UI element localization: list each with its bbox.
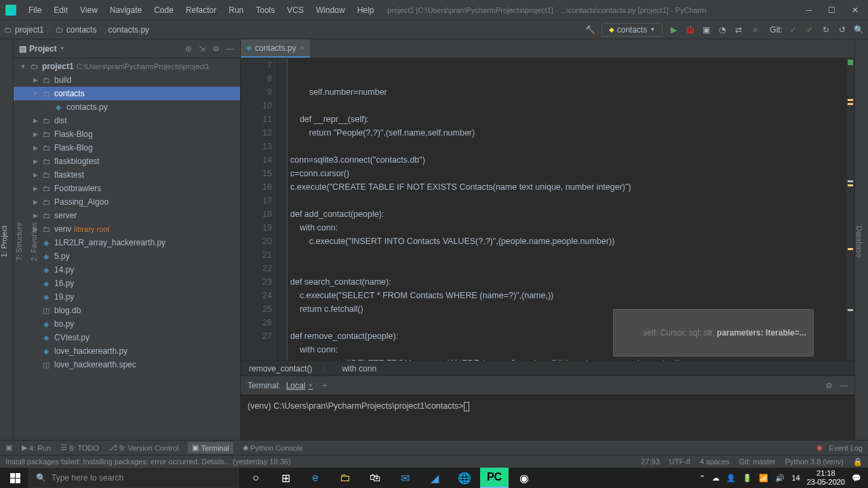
terminal-tab-local[interactable]: Local × xyxy=(281,380,319,392)
tree-item[interactable]: ◆14.py xyxy=(14,263,240,277)
close-icon[interactable]: ✕ xyxy=(848,4,863,16)
concurrency-icon[interactable]: ⇄ xyxy=(733,24,744,35)
temp-indicator[interactable]: 14 xyxy=(791,474,800,482)
code-line[interactable]: c.execute("INSERT INTO Contacts VALUES(?… xyxy=(290,235,846,248)
close-tab-icon[interactable]: × xyxy=(300,43,305,53)
clock[interactable]: 21:18 23-05-2020 xyxy=(807,469,845,487)
tree-item[interactable]: ▶🗀venvlibrary root xyxy=(14,222,240,236)
explorer-icon[interactable]: 🗀 xyxy=(331,468,359,488)
hide-icon[interactable]: — xyxy=(226,44,235,54)
code-line[interactable]: def search_contact(name): xyxy=(290,275,846,289)
new-terminal-icon[interactable]: + xyxy=(322,381,327,390)
tree-item[interactable]: ◫love_hackerearth.spec xyxy=(14,358,240,371)
code-line[interactable] xyxy=(290,248,846,262)
tw-todo[interactable]: ☰ 6: TODO xyxy=(60,443,99,452)
pycharm-taskbar-icon[interactable]: PC xyxy=(480,468,509,488)
stripe-project[interactable]: 1: Project xyxy=(0,223,8,260)
close-terminal-tab-icon[interactable]: × xyxy=(308,381,313,390)
settings-icon[interactable]: ⚙ xyxy=(212,44,220,54)
maximize-icon[interactable]: ☐ xyxy=(824,4,840,16)
tree-root[interactable]: ▼ 🗀 project1 C:\Users\pran\PycharmProjec… xyxy=(14,60,240,73)
fold-column[interactable] xyxy=(278,58,288,361)
tree-item[interactable]: ▶🗀server xyxy=(14,209,240,222)
tree-item[interactable]: ◆love_hackerearth.py xyxy=(14,344,240,358)
run-config-selector[interactable]: ◆ contacts ▼ xyxy=(601,23,663,37)
commit-icon[interactable]: ✓ xyxy=(788,24,799,35)
tw-event-log[interactable]: Event Log xyxy=(829,444,863,452)
project-tree[interactable]: ▼ 🗀 project1 C:\Users\pran\PycharmProjec… xyxy=(14,58,240,440)
taskview-icon[interactable]: ⊞ xyxy=(271,468,300,488)
tree-item[interactable]: ▼🗀contacts xyxy=(14,87,240,100)
event-log-icon[interactable]: ◉ xyxy=(816,443,823,452)
tw-terminal[interactable]: ▣ Terminal xyxy=(188,442,233,453)
taskbar-search[interactable]: 🔍 Type here to search xyxy=(28,468,239,488)
tab-contacts[interactable]: ◆ contacts.py × xyxy=(241,39,310,58)
chevron-down-icon[interactable]: ▼ xyxy=(60,45,65,52)
tree-item[interactable]: ▶🗀flaskblogtest xyxy=(14,155,240,168)
lock-icon[interactable]: 🔒 xyxy=(853,458,863,466)
code-line[interactable]: c.execute("DELETE FROM contacts WHERE (n… xyxy=(290,357,846,361)
code-line[interactable] xyxy=(290,262,846,275)
terminal-body[interactable]: (venv) C:\Users\pran\PycharmProjects\pro… xyxy=(241,395,854,440)
system-tray[interactable]: ⌃ ☁ 👤 🔋 📶 🔊 14 21:18 23-05-2020 💬 xyxy=(694,469,867,487)
tree-item[interactable]: ◆5.py xyxy=(14,249,240,263)
start-button[interactable] xyxy=(1,468,28,488)
tree-item[interactable]: ▶🗀flasktest xyxy=(14,168,240,182)
code-line[interactable]: self.number=number xyxy=(290,85,846,99)
notifications-icon[interactable]: 💬 xyxy=(852,474,861,483)
tree-item[interactable]: ◆CVtest.py xyxy=(14,331,240,344)
code-line[interactable] xyxy=(290,140,846,153)
coverage-icon[interactable]: ▣ xyxy=(701,24,711,35)
tree-item[interactable]: ◆16.py xyxy=(14,277,240,290)
code-line[interactable]: c.execute("CREATE TABLE IF NOT EXISTS Co… xyxy=(290,180,846,194)
cortana-icon[interactable]: ○ xyxy=(241,468,270,488)
tw-python-console[interactable]: ◆ Python Console xyxy=(243,443,303,452)
crumb-context[interactable]: with conn xyxy=(342,364,376,373)
store-icon[interactable]: 🛍 xyxy=(361,468,389,488)
menu-vcs[interactable]: VCS xyxy=(281,3,309,18)
tw-run[interactable]: ▶ 4: Run xyxy=(22,443,51,452)
marker-stripe[interactable] xyxy=(846,58,854,361)
menu-tools[interactable]: Tools xyxy=(250,3,280,18)
tree-item[interactable]: ◆1LR2LR_array_hackerearth.py xyxy=(14,236,240,249)
status-message[interactable]: Install packages failed: Installing pack… xyxy=(5,458,291,466)
stripe-database[interactable]: Database xyxy=(855,222,863,262)
profile-icon[interactable]: ◔ xyxy=(717,24,728,35)
status-python[interactable]: Python 3.8 (venv) xyxy=(785,458,844,466)
push-icon[interactable]: ✓ xyxy=(804,24,815,35)
menu-file[interactable]: File xyxy=(23,3,47,18)
tree-item[interactable]: ▶🗀build xyxy=(14,73,240,87)
tw-vcs[interactable]: ⎇ 9: Version Control xyxy=(108,443,178,452)
tree-item[interactable]: ▶🗀Passing_Algoo xyxy=(14,195,240,209)
menu-code[interactable]: Code xyxy=(149,3,179,18)
tree-item[interactable]: ◫blog.db xyxy=(14,304,240,317)
code-line[interactable]: conn=sqlite3.connect("contacts.db") xyxy=(290,153,846,167)
tree-item[interactable]: ▶🗀Flask-Blog xyxy=(14,141,240,155)
breadcrumb-root[interactable]: project1 xyxy=(15,25,44,35)
people-icon[interactable]: 👤 xyxy=(726,474,736,483)
chrome-icon[interactable]: 🌐 xyxy=(450,468,479,488)
code-editor[interactable]: 789101112131415161718192021222324252627 … xyxy=(241,58,854,361)
volume-icon[interactable]: 🔊 xyxy=(775,474,785,483)
breadcrumb-file[interactable]: contacts.py xyxy=(108,25,149,35)
run-icon[interactable]: ▶ xyxy=(668,24,679,35)
tree-item[interactable]: ▶🗀dist xyxy=(14,114,240,127)
inspection-indicator-icon[interactable] xyxy=(848,60,853,65)
status-encoding[interactable]: UTF-8 xyxy=(669,458,690,466)
code-line[interactable]: c=conn.cursor() xyxy=(290,167,846,180)
tree-item[interactable]: ◆contacts.py xyxy=(14,100,240,114)
code-line[interactable]: with conn: xyxy=(290,221,846,235)
menu-view[interactable]: View xyxy=(75,3,103,18)
locate-icon[interactable]: ⊕ xyxy=(185,44,192,54)
rollback-icon[interactable]: ↺ xyxy=(837,24,848,35)
stripe-favorites[interactable]: 2: Favorites xyxy=(30,220,38,264)
menu-window[interactable]: Window xyxy=(311,3,351,18)
code-area[interactable]: self.number=number def __repr__(self): r… xyxy=(288,58,846,361)
code-line[interactable]: return "People(?,?)",(self.name,self.num… xyxy=(290,126,846,140)
search-everywhere-icon[interactable]: 🔍 xyxy=(853,24,864,35)
wifi-icon[interactable]: 📶 xyxy=(759,474,768,483)
crumb-function[interactable]: remove_contact() xyxy=(249,364,312,373)
obs-icon[interactable]: ◉ xyxy=(510,468,538,488)
vscode-icon[interactable]: ◢ xyxy=(420,468,449,488)
status-git[interactable]: Git: master xyxy=(739,458,776,466)
